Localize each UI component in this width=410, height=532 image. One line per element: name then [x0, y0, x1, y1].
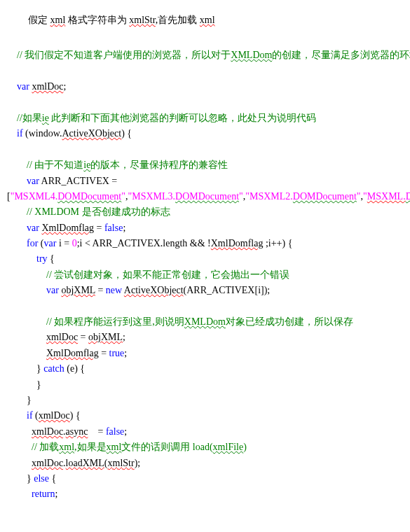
- id: xmlDoc: [32, 458, 63, 468]
- t: }: [7, 379, 41, 390]
- id: objXML: [61, 285, 95, 295]
- ws: [7, 113, 17, 123]
- t: XMLDom: [184, 316, 226, 327]
- t: xml: [107, 442, 122, 452]
- t: xml: [200, 15, 215, 25]
- t: ,如果是: [74, 442, 107, 452]
- code-line: xmlDoc.loadXML(xmlStr);: [7, 456, 403, 471]
- t: ;: [124, 426, 127, 437]
- string: "MSXML3.DOMDocument": [128, 191, 242, 202]
- kw: catch: [43, 363, 64, 374]
- code-line: } else {: [7, 471, 403, 486]
- t: i =: [56, 238, 71, 248]
- id: xmlDoc: [32, 81, 63, 92]
- id: async: [66, 426, 88, 437]
- t: DOMDocument: [175, 191, 239, 202]
- t: ;i++) {: [263, 238, 292, 248]
- comment: // 由于不知道ie的版本，尽量保持程序的兼容性: [27, 160, 228, 170]
- code-line: // 由于不知道ie的版本，尽量保持程序的兼容性: [7, 158, 403, 173]
- ws: [7, 50, 17, 60]
- t: MSXML.: [367, 191, 406, 202]
- t: XMLDom: [231, 50, 272, 60]
- ws: [7, 160, 27, 170]
- comment: // 如果程序能运行到这里,则说明XMLDom对象已经成功创建，所以保存: [46, 316, 353, 327]
- t: //: [27, 206, 34, 217]
- t: xmlFile: [213, 442, 244, 452]
- t: //如果: [17, 113, 42, 123]
- kw: var: [27, 176, 39, 186]
- id: xmlDoc: [39, 410, 70, 421]
- t: ) {: [70, 410, 81, 421]
- kw: else: [34, 473, 49, 484]
- blank-line: [7, 142, 403, 158]
- t: ): [243, 442, 247, 452]
- code-line: return;: [7, 486, 403, 502]
- code-line: for (var i = 0;i < ARR_ACTIVEX.length &&…: [7, 236, 403, 251]
- code-line: if (window.ActiveXObject) {: [7, 126, 403, 141]
- ws: [7, 206, 27, 217]
- t: =: [99, 348, 109, 358]
- t: xmlStr: [129, 15, 156, 25]
- kw: var: [44, 238, 57, 248]
- ws: [7, 458, 32, 468]
- blank-line: [7, 95, 403, 111]
- kw: var: [17, 81, 29, 92]
- t: (: [38, 238, 43, 248]
- t: ;i < ARR_ACTIVEX.length && !: [77, 238, 211, 248]
- kw: true: [109, 348, 125, 358]
- id: XmlDomflag: [41, 223, 94, 233]
- code-line: xmlDoc.async = false;: [7, 424, 403, 440]
- comment: // XMLDOM 是否创建成功的标志: [27, 206, 170, 217]
- t: }: [7, 363, 43, 374]
- ws: [7, 442, 32, 452]
- t: =: [94, 223, 104, 233]
- kw: false: [106, 426, 124, 437]
- code-line: //如果ie 此判断和下面其他浏览器的判断可以忽略，此处只为说明代码: [7, 111, 403, 126]
- ws: [7, 426, 32, 437]
- code-line: if (xmlDoc) {: [7, 408, 403, 424]
- id: ActiveXObject: [62, 128, 121, 139]
- comment: //如果ie 此判断和下面其他浏览器的判断可以忽略，此处只为说明代码: [17, 113, 316, 123]
- t: (ARR_ACTIVEX[i]);: [184, 285, 271, 295]
- ws: [7, 238, 27, 248]
- t: (window.: [23, 128, 62, 139]
- t: 格式字符串为: [68, 15, 127, 25]
- t: 文件的话则调用 load(: [121, 442, 212, 452]
- ws: [7, 316, 46, 327]
- t: ie: [42, 113, 49, 123]
- t: =: [95, 285, 106, 295]
- t: ARR_ACTIVEX =: [39, 176, 120, 186]
- ws: [7, 348, 46, 358]
- t: (e) {: [64, 363, 85, 374]
- t: ,首先加载: [156, 15, 198, 25]
- kw: for: [27, 238, 38, 248]
- kw: if: [17, 128, 23, 139]
- id: xmlDoc: [46, 332, 78, 342]
- kw: false: [104, 223, 123, 233]
- t: );: [135, 458, 141, 468]
- t: }: [7, 473, 34, 484]
- comment: // 尝试创建对象，如果不能正常创建，它会抛出一个错误: [46, 270, 289, 280]
- code-line: // 我们假定不知道客户端使用的浏览器，所以对于XMLDom的创建，尽量满足多浏…: [7, 48, 403, 63]
- kw: try: [36, 253, 48, 264]
- t: xml: [59, 442, 74, 452]
- code-line: // 如果程序能运行到这里,则说明XMLDom对象已经成功创建，所以保存: [7, 314, 403, 330]
- kw: var: [27, 223, 39, 233]
- t: // 加载: [32, 442, 59, 452]
- blank-line: [7, 299, 403, 314]
- t: 假定: [28, 15, 48, 25]
- code-line: XmlDomflag = true;: [7, 346, 403, 361]
- ws: [7, 128, 17, 139]
- t: }: [7, 395, 32, 405]
- string: "MSXML.DOMDocument": [363, 191, 410, 202]
- t: 的版本，尽量保持程序的兼容性: [90, 160, 228, 170]
- t: ) {: [121, 128, 132, 139]
- code-line: var ARR_ACTIVEX =: [7, 174, 403, 189]
- code-line: var objXML = new ActiveXObject(ARR_ACTIV…: [7, 283, 403, 298]
- t: 的创建，尽量满足多浏览器的环境: [272, 50, 410, 60]
- id: objXML: [88, 332, 123, 342]
- t: XMLDOM: [34, 206, 79, 217]
- kw: return: [32, 489, 55, 499]
- id: ActiveXObject: [124, 285, 184, 295]
- t: =: [88, 426, 106, 437]
